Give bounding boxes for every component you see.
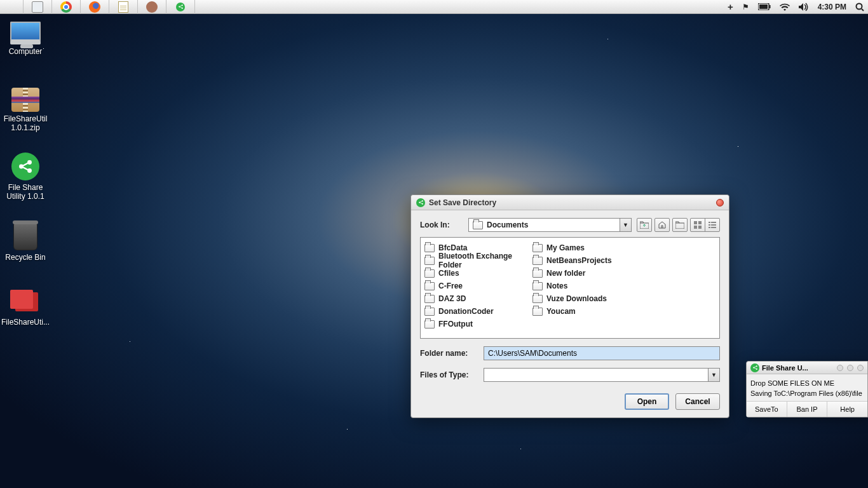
- folder-item[interactable]: NetBeansProjects: [532, 254, 641, 267]
- folder-icon: [424, 257, 435, 265]
- view-list-button[interactable]: [705, 218, 720, 232]
- status-search-icon[interactable]: [855, 3, 864, 11]
- folder-label: NetBeansProjects: [546, 256, 612, 265]
- close-button[interactable]: [716, 199, 724, 207]
- save-dialog: Set Save Directory Look In: Documents ▼: [410, 194, 729, 418]
- status-battery-icon[interactable]: [758, 3, 771, 10]
- icon-label: FileShareUti...: [1, 318, 50, 327]
- help-button[interactable]: Help: [827, 402, 867, 417]
- fileshare-titlebar[interactable]: File Share U...: [747, 362, 867, 374]
- desktop-icon-recyclebin[interactable]: Recycle Bin: [0, 222, 51, 262]
- status-flag-icon[interactable]: ⚑: [742, 3, 749, 11]
- new-folder-button[interactable]: [672, 218, 688, 232]
- file-list[interactable]: BfcDataBluetooth Exchange FolderCfilesC-…: [420, 237, 720, 339]
- dialog-app-icon: [416, 198, 425, 207]
- window-button-2[interactable]: [847, 365, 853, 371]
- folder-item[interactable]: Vuze Downloads: [532, 292, 641, 305]
- tray-app5[interactable]: [137, 0, 166, 14]
- folder-icon: [473, 221, 483, 229]
- banip-button[interactable]: Ban IP: [787, 402, 828, 417]
- folder-label: C-Free: [438, 281, 463, 290]
- status-clock[interactable]: 4:30 PM: [818, 3, 846, 11]
- fileshare-window: File Share U... Drop SOME FILES ON ME Sa…: [746, 361, 868, 417]
- window-button-3[interactable]: [857, 365, 864, 371]
- desktop-icon-zip[interactable]: FileShareUtil 1.0.1.zip: [0, 88, 51, 132]
- svg-rect-18: [698, 226, 702, 229]
- svg-rect-21: [709, 224, 710, 226]
- desktop-icon-fileshare[interactable]: File Share Utility 1.0.1: [0, 152, 51, 201]
- folder-icon: [424, 308, 435, 316]
- chrome-icon: [60, 1, 72, 13]
- open-button[interactable]: Open: [625, 393, 669, 410]
- dialog-titlebar[interactable]: Set Save Directory: [411, 195, 729, 210]
- folder-label: Vuze Downloads: [546, 294, 607, 303]
- folder-name-label: Folder name:: [420, 349, 478, 358]
- round-icon: [146, 1, 158, 13]
- lookin-value: Documents: [487, 220, 528, 229]
- svg-rect-20: [711, 222, 716, 223]
- saveto-button[interactable]: SaveTo: [747, 402, 787, 417]
- folder-item[interactable]: Youcam: [532, 305, 641, 318]
- folder-item[interactable]: C-Free: [424, 280, 532, 292]
- folder-item[interactable]: DonationCoder: [424, 305, 532, 318]
- filetype-dropdown-arrow[interactable]: ▼: [708, 369, 719, 381]
- folder-item[interactable]: FFOutput: [424, 318, 532, 330]
- svg-rect-24: [711, 227, 716, 228]
- window-button-1[interactable]: [837, 365, 843, 371]
- desktop-icon-vm[interactable]: FileShareUti...: [0, 290, 51, 327]
- home-button[interactable]: [654, 218, 670, 232]
- folder-label: BfcData: [438, 243, 467, 252]
- folder-icon: [424, 295, 435, 303]
- desktop-icon-computer[interactable]: Computer: [0, 22, 51, 56]
- icon-label: Computer: [9, 47, 43, 56]
- tray-firefox[interactable]: [80, 0, 109, 14]
- icon-label: Recycle Bin: [5, 253, 45, 262]
- tray-notes[interactable]: [109, 0, 138, 14]
- folder-name-input[interactable]: [484, 346, 720, 360]
- lookin-dropdown-arrow[interactable]: ▼: [620, 219, 631, 231]
- folder-icon: [424, 282, 435, 290]
- folder-item[interactable]: New folder: [532, 267, 641, 280]
- file-type-combo[interactable]: ▼: [484, 368, 720, 382]
- folder-icon: [424, 320, 435, 329]
- folder-label: Youcam: [546, 307, 576, 316]
- lookin-combo[interactable]: Documents ▼: [468, 218, 632, 232]
- folder-label: DAZ 3D: [438, 294, 466, 303]
- monitor-icon: [10, 22, 41, 44]
- folder-icon: [424, 269, 435, 278]
- tray-fileshare[interactable]: [166, 0, 195, 14]
- folder-icon: [532, 282, 543, 290]
- folder-item[interactable]: Bluetooth Exchange Folder: [424, 254, 532, 267]
- folder-item[interactable]: Cfiles: [424, 267, 532, 280]
- folder-icon: [424, 244, 435, 252]
- folder-label: DonationCoder: [438, 307, 494, 316]
- folder-item[interactable]: Notes: [532, 280, 641, 292]
- folder-item[interactable]: My Games: [532, 241, 641, 254]
- apple-menu[interactable]: [4, 0, 20, 14]
- tray-chrome[interactable]: [51, 0, 81, 14]
- firefox-icon: [89, 1, 100, 13]
- status-add-icon[interactable]: +: [728, 1, 733, 12]
- folder-item[interactable]: DAZ 3D: [424, 292, 532, 305]
- svg-rect-4: [759, 4, 768, 9]
- up-folder-button[interactable]: [637, 218, 652, 232]
- svg-rect-23: [709, 227, 710, 228]
- view-icons-button[interactable]: [690, 218, 705, 232]
- icon-label: File Share Utility 1.0.1: [0, 183, 51, 201]
- folder-icon: [532, 269, 543, 278]
- file-type-label: Files of Type:: [420, 370, 478, 379]
- cancel-button[interactable]: Cancel: [675, 393, 720, 410]
- folder-label: FFOutput: [438, 320, 473, 329]
- share-app-icon: [11, 152, 39, 180]
- status-volume-icon[interactable]: [799, 3, 809, 11]
- drop-hint: Drop SOME FILES ON ME: [750, 378, 864, 388]
- icon-label: FileShareUtil 1.0.1.zip: [0, 114, 51, 132]
- lookin-label: Look In:: [420, 220, 463, 229]
- svg-rect-16: [698, 221, 702, 224]
- svg-rect-19: [709, 222, 710, 223]
- tray-safari[interactable]: [23, 0, 52, 14]
- status-wifi-icon[interactable]: [780, 3, 790, 11]
- svg-point-6: [857, 3, 862, 9]
- folder-icon: [532, 295, 543, 303]
- folder-label: Notes: [546, 281, 567, 290]
